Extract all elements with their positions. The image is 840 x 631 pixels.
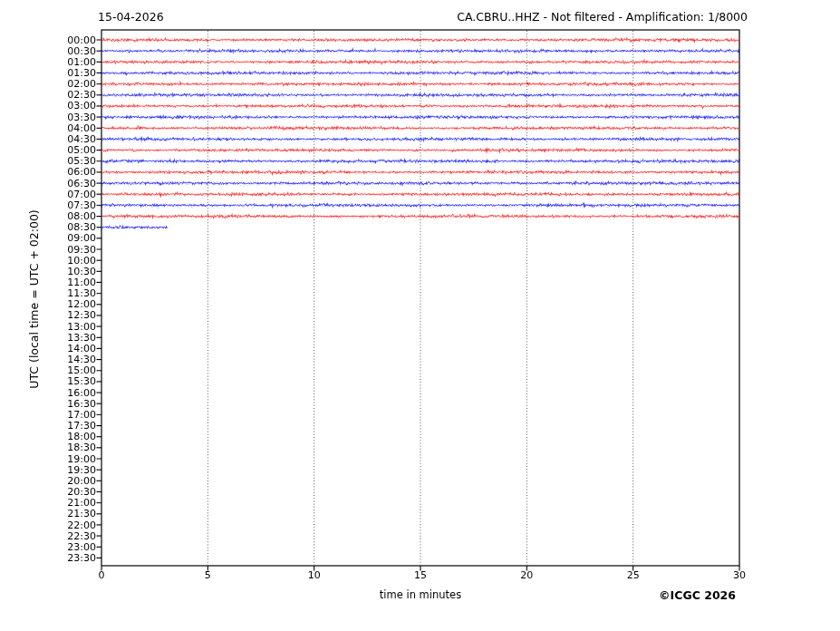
y-tick-label: 23:30 xyxy=(36,553,96,563)
x-tick-label: 15 xyxy=(401,570,440,581)
x-tick-label: 25 xyxy=(613,570,653,581)
y-tick-label: 19:30 xyxy=(36,465,96,475)
y-tick-label: 23:00 xyxy=(36,542,96,552)
y-tick-label: 02:30 xyxy=(36,90,96,100)
y-tick-label: 14:00 xyxy=(36,344,96,354)
y-tick-label: 21:30 xyxy=(36,509,96,519)
y-tick-label: 14:30 xyxy=(36,354,96,364)
y-tick-label: 05:30 xyxy=(36,156,96,166)
y-tick-label: 13:00 xyxy=(36,322,96,332)
y-tick-label: 00:30 xyxy=(36,46,96,56)
y-tick-label: 10:30 xyxy=(36,267,96,277)
y-tick-label: 07:30 xyxy=(36,200,96,210)
copyright-text: ©ICGC 2026 xyxy=(659,588,736,602)
y-tick-label: 12:30 xyxy=(36,310,96,320)
y-tick-label: 08:00 xyxy=(36,211,96,221)
y-tick-label: 16:00 xyxy=(36,388,96,398)
y-tick-label: 01:00 xyxy=(36,57,96,67)
y-tick-label: 08:30 xyxy=(36,222,96,232)
figure-date: 15-04-2026 xyxy=(98,10,164,24)
y-tick-label: 11:30 xyxy=(36,288,96,298)
y-tick-label: 05:00 xyxy=(36,145,96,155)
y-tick-label: 01:30 xyxy=(36,68,96,78)
x-tick-label: 20 xyxy=(507,570,546,581)
y-tick-label: 21:00 xyxy=(36,498,96,508)
y-tick-label: 04:30 xyxy=(36,134,96,144)
y-tick-label: 15:30 xyxy=(36,376,96,386)
x-tick-label: 0 xyxy=(82,570,121,581)
y-tick-label: 22:30 xyxy=(36,531,96,541)
figure-title: CA.CBRU..HHZ - Not filtered - Amplificat… xyxy=(457,10,748,24)
y-tick-label: 12:00 xyxy=(36,299,96,309)
y-tick-label: 06:00 xyxy=(36,167,96,177)
seismogram-dayplot-figure: 15-04-2026 CA.CBRU..HHZ - Not filtered -… xyxy=(0,0,840,631)
y-tick-label: 03:00 xyxy=(36,101,96,111)
y-tick-label: 17:00 xyxy=(36,410,96,420)
y-tick-label: 03:30 xyxy=(36,112,96,122)
y-tick-label: 20:00 xyxy=(36,476,96,486)
y-tick-label: 06:30 xyxy=(36,179,96,189)
y-tick-label: 07:00 xyxy=(36,189,96,199)
y-tick-label: 10:00 xyxy=(36,256,96,266)
y-tick-label: 22:00 xyxy=(36,520,96,530)
x-tick-label: 10 xyxy=(294,570,334,581)
y-tick-label: 15:00 xyxy=(36,365,96,375)
x-tick-label: 30 xyxy=(719,570,759,581)
y-tick-label: 09:30 xyxy=(36,245,96,255)
y-tick-label: 09:00 xyxy=(36,233,96,243)
y-tick-label: 19:00 xyxy=(36,454,96,464)
x-tick-label: 5 xyxy=(188,570,227,581)
helicorder-plot-canvas xyxy=(0,0,840,631)
y-tick-label: 18:00 xyxy=(36,432,96,442)
y-tick-label: 18:30 xyxy=(36,442,96,452)
y-tick-label: 13:30 xyxy=(36,333,96,343)
y-tick-label: 11:00 xyxy=(36,277,96,287)
y-tick-label: 04:00 xyxy=(36,123,96,133)
x-axis-title: time in minutes xyxy=(366,588,475,601)
y-tick-label: 00:00 xyxy=(36,35,96,45)
y-tick-label: 16:30 xyxy=(36,399,96,409)
y-tick-label: 17:30 xyxy=(36,421,96,431)
y-tick-label: 02:00 xyxy=(36,79,96,89)
y-tick-label: 20:30 xyxy=(36,487,96,497)
